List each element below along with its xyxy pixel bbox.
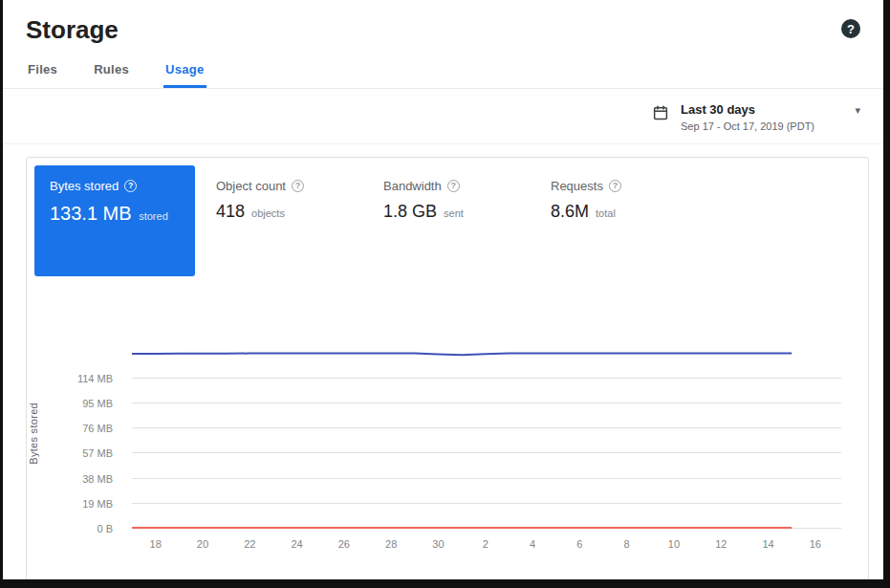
y-tick-label: 38 MB [82, 473, 113, 485]
tab-bar: Files Rules Usage [3, 45, 883, 89]
x-axis-labels: 18202224262830246810121416 [132, 529, 841, 554]
app-window: Storage ? Files Rules Usage Last 30 days… [0, 0, 890, 588]
metric-unit: stored [139, 210, 168, 222]
metric-help-icon: ? [292, 180, 304, 192]
metric-help-icon: ? [124, 180, 137, 192]
metric-title: Object count [216, 179, 286, 193]
help-icon: ? [847, 22, 855, 36]
metric-card-bytes-stored[interactable]: Bytes stored ? 133.1 MB stored [34, 165, 195, 276]
usage-chart: Bytes stored 114 MB95 MB76 MB57 MB38 MB1… [132, 338, 841, 554]
page-header: Storage ? [3, 0, 883, 45]
metric-unit: total [596, 207, 616, 219]
y-tick-label: 19 MB [82, 498, 113, 510]
metric-help-icon: ? [447, 180, 460, 192]
metric-value: 418 [216, 202, 245, 221]
x-tick-label: 12 [715, 538, 727, 550]
metric-title-row: Bandwidth ? [383, 179, 551, 193]
series-line-bytes-stored [132, 353, 792, 355]
metric-title: Requests [551, 179, 603, 193]
y-axis-labels: 114 MB95 MB76 MB57 MB38 MB19 MB0 B [40, 338, 122, 529]
calendar-icon [652, 104, 669, 121]
metric-value: 1.8 GB [383, 202, 437, 221]
metric-value: 133.1 MB [50, 203, 132, 224]
y-tick-label: 95 MB [82, 398, 113, 409]
plot-area: 114 MB95 MB76 MB57 MB38 MB19 MB0 B [132, 338, 841, 529]
page-title: Storage [26, 15, 119, 45]
x-tick-label: 26 [338, 538, 350, 550]
x-tick-label: 20 [197, 538, 208, 550]
metric-unit: sent [444, 207, 464, 219]
metric-card-requests[interactable]: Requests ? 8.6M total [551, 165, 718, 222]
metric-value: 8.6M [551, 202, 589, 221]
metrics-row: Bytes stored ? 133.1 MB stored Object co… [27, 158, 868, 284]
metric-title: Bandwidth [383, 179, 442, 193]
y-axis-title: Bytes stored [28, 403, 39, 465]
metric-value-row: 418 objects [216, 202, 383, 222]
x-tick-label: 2 [483, 538, 488, 550]
x-tick-label: 28 [385, 538, 397, 550]
y-tick-label: 0 B [97, 523, 113, 534]
x-tick-label: 4 [530, 538, 535, 550]
x-tick-label: 24 [291, 538, 302, 550]
date-range-label: Last 30 days [681, 102, 843, 117]
caret-down-icon: ▾ [855, 104, 860, 117]
metric-title-row: Requests ? [551, 179, 718, 193]
help-button[interactable]: ? [841, 19, 860, 38]
y-tick-label: 114 MB [77, 373, 113, 384]
y-axis-title-wrap: Bytes stored [27, 338, 40, 529]
date-range-selector[interactable]: Last 30 days Sep 17 - Oct 17, 2019 (PDT)… [652, 102, 860, 132]
metric-title-row: Bytes stored ? [50, 179, 180, 193]
metric-card-object-count[interactable]: Object count ? 418 objects [216, 165, 383, 222]
metric-value-row: 133.1 MB stored [50, 203, 180, 225]
x-tick-label: 14 [762, 538, 773, 550]
metric-card-bandwidth[interactable]: Bandwidth ? 1.8 GB sent [383, 165, 551, 222]
x-tick-label: 30 [432, 538, 444, 550]
y-tick-label: 76 MB [82, 423, 113, 434]
metric-title: Bytes stored [50, 179, 119, 193]
x-tick-label: 6 [576, 538, 582, 550]
tab-usage[interactable]: Usage [163, 54, 206, 88]
x-tick-label: 18 [150, 538, 162, 550]
tab-files[interactable]: Files [26, 54, 59, 88]
chart-lines-svg [132, 338, 841, 529]
metric-title-row: Object count ? [216, 179, 383, 193]
y-tick-label: 57 MB [82, 447, 113, 459]
usage-card: Bytes stored ? 133.1 MB stored Object co… [26, 157, 869, 583]
tab-rules[interactable]: Rules [92, 54, 131, 88]
toolbar: Last 30 days Sep 17 - Oct 17, 2019 (PDT)… [3, 89, 883, 144]
x-tick-label: 16 [810, 538, 821, 550]
metric-unit: objects [251, 207, 285, 219]
metric-value-row: 8.6M total [551, 202, 718, 222]
date-range-detail: Sep 17 - Oct 17, 2019 (PDT) [681, 120, 843, 132]
x-tick-label: 8 [624, 538, 630, 550]
metric-value-row: 1.8 GB sent [383, 202, 551, 222]
metric-help-icon: ? [609, 180, 621, 192]
x-tick-label: 10 [668, 538, 680, 550]
x-tick-label: 22 [244, 538, 255, 550]
date-range-text: Last 30 days Sep 17 - Oct 17, 2019 (PDT) [681, 102, 843, 132]
